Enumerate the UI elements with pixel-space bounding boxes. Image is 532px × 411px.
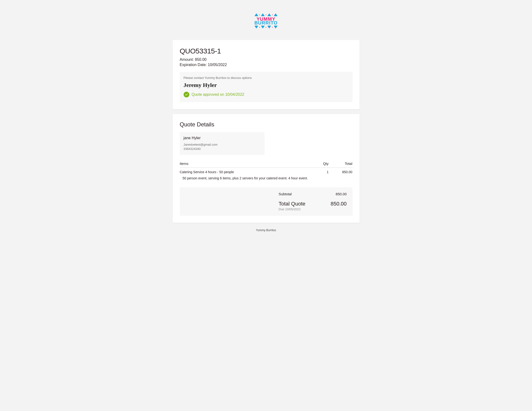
customer-email: Janedoetest@gmail.com — [184, 143, 261, 147]
expiration-label: Expiration Date: — [180, 63, 208, 67]
item-description: 50 person event, serving 6 items, plus 2… — [180, 174, 352, 184]
quote-details-card: Quote Details jane Hyler Janedoetest@gma… — [173, 114, 360, 223]
table-row-desc: 50 person event, serving 6 items, plus 2… — [180, 174, 352, 184]
total-value: 850.00 — [331, 201, 346, 207]
col-total: Total — [329, 162, 352, 168]
due-date: 10/05/2022 — [285, 207, 301, 211]
approver-signature: Jeremy Hyler — [184, 82, 349, 88]
subtotal-value: 850.00 — [336, 192, 347, 196]
due-line: Due 10/05/2022 — [186, 207, 347, 211]
brand-name-2: BURRITO — [255, 20, 278, 25]
due-label: Due — [279, 207, 285, 211]
subtotal-row: Subtotal 850.00 — [186, 192, 347, 196]
approved-row: Quote approved on 10/04/2022 — [184, 92, 349, 97]
details-title: Quote Details — [180, 121, 352, 128]
items-table: Items Qty Total Catering Service 4 hours… — [180, 162, 352, 184]
total-row: Total Quote 850.00 — [186, 201, 347, 207]
quote-number: QUO53315-1 — [180, 47, 352, 55]
brand-logo: YUMMY BURRITO — [173, 9, 360, 32]
customer-phone: 3364324340 — [184, 147, 261, 151]
quote-summary-card: QUO53315-1 Amount: 850.00 Expiration Dat… — [173, 40, 360, 109]
total-label: Total Quote — [279, 201, 306, 207]
table-row: Catering Service 4 hours - 50 people 1 8… — [180, 168, 352, 174]
item-name: Catering Service 4 hours - 50 people — [180, 168, 310, 174]
amount-label: Amount: — [180, 57, 195, 62]
col-qty: Qty — [310, 162, 329, 168]
customer-box: jane Hyler Janedoetest@gmail.com 3364324… — [180, 132, 265, 155]
subtotal-label: Subtotal — [279, 192, 292, 196]
item-qty: 1 — [310, 168, 329, 174]
checkmark-icon — [184, 92, 189, 97]
quote-amount-line: Amount: 850.00 — [180, 57, 352, 62]
footer-text: Yummy Burritos — [173, 228, 360, 232]
amount-value: 850.00 — [195, 57, 207, 62]
contact-note: Please contact Yummy Burritos to discuss… — [184, 76, 349, 80]
item-total: 850.00 — [329, 168, 352, 174]
col-items: Items — [180, 162, 310, 168]
quote-expiration-line: Expiration Date: 10/05/2022 — [180, 63, 352, 67]
approved-text: Quote approved on 10/04/2022 — [192, 92, 245, 97]
totals-box: Subtotal 850.00 Total Quote 850.00 Due 1… — [180, 187, 352, 216]
customer-name: jane Hyler — [184, 136, 261, 140]
expiration-value: 10/05/2022 — [208, 63, 227, 67]
contact-box: Please contact Yummy Burritos to discuss… — [180, 72, 352, 102]
